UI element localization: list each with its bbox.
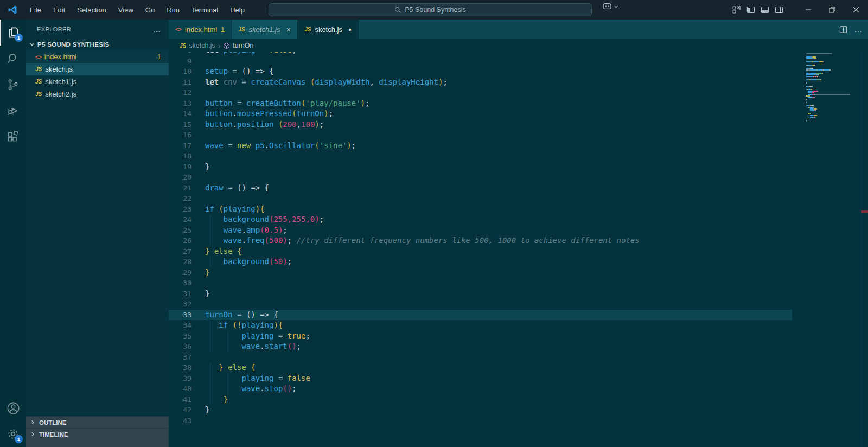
code-line[interactable]: 33turnOn = () => {: [169, 310, 792, 321]
editor-group: <>index.html1JSsketch1.js×JSsketch.js● ……: [169, 20, 868, 447]
line-number: 20: [169, 172, 192, 183]
code-line[interactable]: 32: [169, 299, 792, 310]
search-icon: [6, 52, 20, 66]
line-number: 24: [169, 214, 192, 225]
line-content: [192, 151, 205, 160]
command-center-search[interactable]: P5 Sound Synthesis: [269, 3, 592, 16]
code-lines: 8let playing = false;910setup = () => {1…: [169, 52, 792, 426]
activity-item-run-debug[interactable]: [0, 98, 26, 124]
toggle-panel-icon[interactable]: [761, 5, 769, 14]
line-number: 34: [169, 320, 192, 331]
code-line[interactable]: 28 background(50);: [169, 257, 792, 267]
menu-edit[interactable]: Edit: [48, 4, 70, 16]
menu-view[interactable]: View: [113, 4, 138, 16]
line-content: } else {: [192, 363, 256, 372]
indent-guide: [228, 384, 228, 394]
code-line[interactable]: 24 background(255,255,0);: [169, 214, 792, 225]
breadcrumb-symbol[interactable]: turnOn: [233, 42, 253, 49]
code-line[interactable]: 15button.position (200,100);: [169, 119, 792, 130]
code-line[interactable]: 22: [169, 193, 792, 204]
menu-file[interactable]: File: [25, 4, 46, 16]
code-line[interactable]: 13button = createButton('play/pause');: [169, 98, 792, 109]
code-line[interactable]: 25 wave.amp(0.5);: [169, 225, 792, 236]
file-item-sketch2.js[interactable]: JSsketch2.js: [26, 88, 169, 100]
tab-sketch1.js[interactable]: JSsketch1.js×: [232, 20, 298, 39]
menu-terminal[interactable]: Terminal: [187, 4, 223, 16]
copilot-menu[interactable]: [602, 3, 618, 10]
code-line[interactable]: 27} else {: [169, 246, 792, 257]
code-line[interactable]: 36 wave.start();: [169, 341, 792, 352]
code-line[interactable]: 26 wave.freq(500); //try different frequ…: [169, 235, 792, 246]
file-name: sketch.js: [45, 65, 73, 73]
code-editor[interactable]: 8let playing = false;910setup = () => {1…: [169, 52, 868, 447]
line-number: 43: [169, 416, 192, 426]
code-line[interactable]: 43: [169, 416, 792, 426]
code-line[interactable]: 16: [169, 130, 792, 141]
code-line[interactable]: 17wave = new p5.Oscillator('sine');: [169, 141, 792, 151]
menu-run[interactable]: Run: [162, 4, 184, 16]
code-line[interactable]: 35 playing = true;: [169, 331, 792, 342]
code-line[interactable]: 40 wave.stop();: [169, 384, 792, 394]
more-actions-icon[interactable]: …: [854, 24, 863, 34]
code-line[interactable]: 23if (playing){: [169, 204, 792, 215]
line-content: draw = () => {: [192, 183, 269, 192]
toggle-sidebar-icon[interactable]: [746, 5, 755, 14]
file-item-sketch.js[interactable]: JSsketch.js: [26, 63, 169, 75]
minimap[interactable]: [806, 53, 860, 123]
activity-item-explorer[interactable]: 1: [0, 20, 26, 46]
line-content: [192, 173, 205, 181]
breadcrumb-file[interactable]: sketch.js: [189, 42, 215, 49]
code-line[interactable]: 41 }: [169, 394, 792, 405]
code-line[interactable]: 31}: [169, 289, 792, 299]
code-line[interactable]: 20: [169, 172, 792, 183]
code-line[interactable]: 12: [169, 87, 792, 98]
line-number: 18: [169, 151, 192, 162]
panel-header-timeline[interactable]: TIMELINE: [26, 428, 169, 440]
activity-item-source-control[interactable]: [0, 72, 26, 98]
line-number: 29: [169, 267, 192, 278]
folder-section-header[interactable]: P5 SOUND SYNTHESIS: [26, 39, 169, 50]
line-content: [192, 88, 205, 97]
more-actions-icon[interactable]: …: [153, 24, 161, 34]
activity-item-settings[interactable]: 1: [0, 421, 26, 447]
split-editor-icon[interactable]: [839, 25, 847, 34]
code-line[interactable]: 38 } else {: [169, 362, 792, 373]
line-number: 27: [169, 246, 192, 257]
problems-badge: 1: [157, 53, 161, 61]
code-line[interactable]: 14button.mousePressed(turnOn);: [169, 108, 792, 119]
menu-go[interactable]: Go: [141, 4, 159, 16]
code-line[interactable]: 21draw = () => {: [169, 183, 792, 194]
panel-header-outline[interactable]: OUTLINE: [26, 416, 169, 428]
code-line[interactable]: 30: [169, 278, 792, 289]
tab-sketch.js[interactable]: JSsketch.js●: [298, 20, 359, 39]
file-item-sketch1.js[interactable]: JSsketch1.js: [26, 75, 169, 88]
menu-help[interactable]: Help: [225, 4, 250, 16]
tab-index.html[interactable]: <>index.html1: [169, 20, 232, 39]
tab-close-icon[interactable]: ×: [286, 25, 291, 34]
toggle-secondary-sidebar-icon[interactable]: [775, 5, 783, 14]
code-line[interactable]: 37: [169, 352, 792, 363]
close-button[interactable]: [844, 0, 868, 20]
customize-layout-icon[interactable]: [732, 5, 741, 14]
code-line[interactable]: 9: [169, 56, 792, 67]
code-line[interactable]: 19}: [169, 162, 792, 173]
code-line[interactable]: 42}: [169, 405, 792, 416]
minimize-button[interactable]: [796, 0, 820, 20]
activity-item-search[interactable]: [0, 46, 26, 72]
code-line[interactable]: 39 playing = false: [169, 373, 792, 384]
file-item-index.html[interactable]: <>index.html1: [26, 50, 169, 63]
activity-item-accounts[interactable]: [0, 395, 26, 421]
code-line[interactable]: 11let cnv = createCanvas (displayWidth, …: [169, 77, 792, 88]
line-content: wave.freq(500); //try different frequenc…: [192, 236, 640, 245]
html-file-icon: <>: [175, 26, 181, 33]
restore-button[interactable]: [820, 0, 844, 20]
menu-selection[interactable]: Selection: [72, 4, 111, 16]
activity-item-extensions[interactable]: [0, 124, 26, 150]
code-line[interactable]: 34 if (!playing){: [169, 320, 792, 331]
code-line[interactable]: 18: [169, 151, 792, 162]
panel-label: TIMELINE: [39, 431, 68, 438]
code-line[interactable]: 10setup = () => {: [169, 66, 792, 77]
code-line[interactable]: 29}: [169, 267, 792, 278]
line-number: 30: [169, 278, 192, 289]
activity-items-top: 1: [0, 20, 26, 150]
